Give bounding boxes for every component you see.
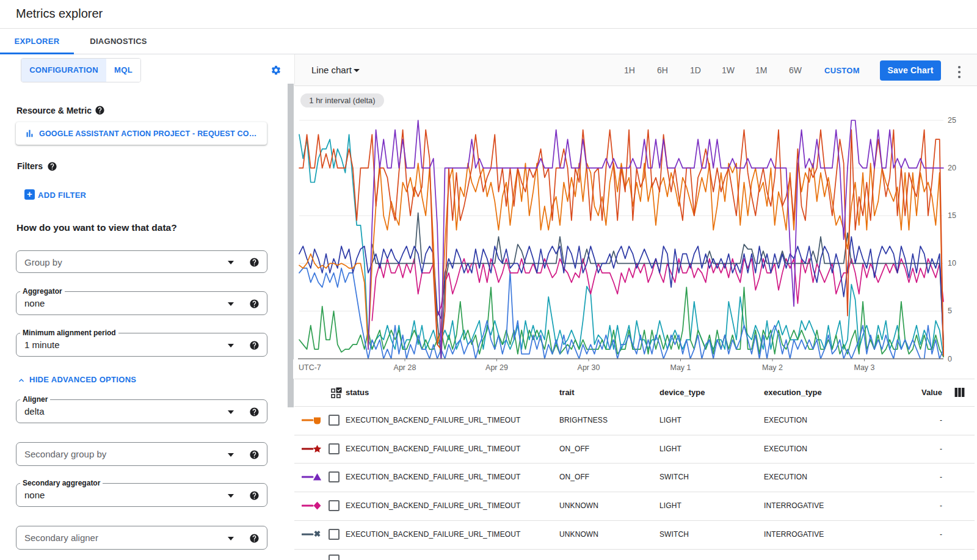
svg-text:Apr 28: Apr 28 [394, 363, 416, 372]
svg-text:May 1: May 1 [670, 363, 691, 372]
svg-text:5: 5 [948, 307, 952, 315]
svg-text:Apr 29: Apr 29 [485, 363, 508, 372]
svg-text:May 3: May 3 [854, 363, 874, 372]
svg-text:0: 0 [948, 355, 952, 363]
svg-text:20: 20 [948, 164, 956, 172]
svg-text:10: 10 [948, 259, 956, 267]
svg-text:15: 15 [948, 211, 956, 220]
svg-text:May 2: May 2 [762, 363, 783, 372]
svg-text:25: 25 [948, 116, 956, 125]
svg-text:UTC-7: UTC-7 [299, 363, 321, 372]
svg-text:Apr 30: Apr 30 [578, 363, 600, 372]
